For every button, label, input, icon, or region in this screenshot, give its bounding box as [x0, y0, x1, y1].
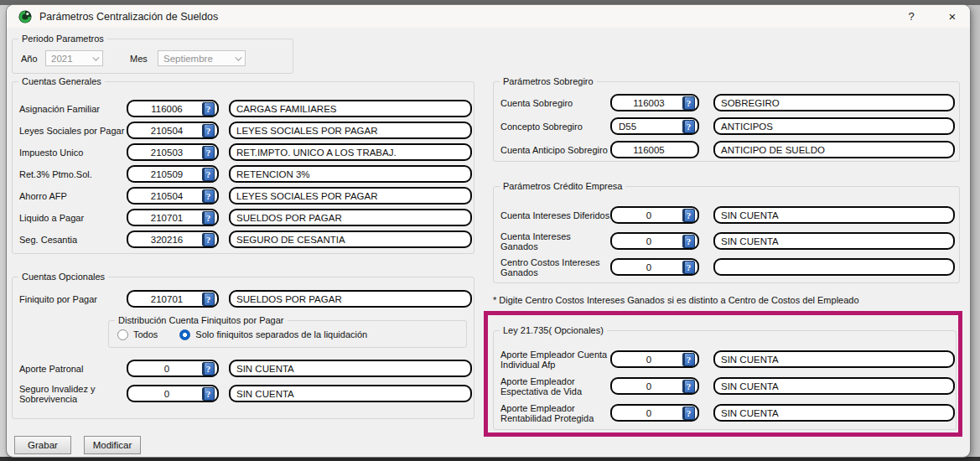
group-distribucion-finiquitos: Distribución Cuenta Finiquitos por Pagar…: [108, 320, 467, 348]
description-text: SEGURO DE CESANTIA: [236, 235, 345, 245]
lookup-help-icon[interactable]: ?: [682, 261, 695, 274]
field-row-aporte-rentabilidad: Aporte Empleador Rentabilidad Protegida …: [500, 404, 955, 422]
group-ley-21735: Ley 21.735( Opcionales) Aporte Empleador…: [493, 330, 957, 430]
code-input[interactable]: 210504 ?: [127, 187, 219, 205]
chevron-down-icon: [92, 54, 99, 60]
month-value: Septiembre: [163, 54, 213, 64]
field-row-cuenta-anticipo: Cuenta Anticipo Sobregiro 116005 ANTICIP…: [500, 141, 955, 158]
code-input[interactable]: 0 ?: [610, 206, 699, 224]
modificar-button[interactable]: Modificar: [84, 436, 141, 454]
field-row-intereses-diferidos: Cuenta Intereses Diferidos 0 ? SIN CUENT…: [500, 206, 955, 224]
code-input[interactable]: 0 ?: [610, 404, 699, 422]
grabar-button[interactable]: Grabar: [14, 436, 71, 454]
radio-solo-finiquitos[interactable]: [179, 329, 190, 340]
description-field[interactable]: SUELDOS POR PAGAR: [229, 290, 472, 308]
description-field[interactable]: ANTICIPO DE SUELDO: [713, 141, 955, 158]
description-text: SIN CUENTA: [721, 355, 779, 365]
code-input[interactable]: 320216 ?: [127, 230, 219, 248]
code-input[interactable]: 0 ?: [610, 232, 699, 250]
description-field[interactable]: [713, 258, 955, 276]
description-field[interactable]: RETENCION 3%: [229, 165, 472, 183]
lookup-help-icon[interactable]: ?: [202, 387, 215, 401]
description-text: LEYES SOCIALES POR PAGAR: [236, 191, 378, 201]
code-input[interactable]: 210701 ?: [127, 209, 219, 226]
field-label: Centro Costos Intereses Ganados: [500, 257, 610, 277]
field-row-liquido-pagar: Liquido a Pagar 210701 ? SUELDOS POR PAG…: [19, 209, 472, 226]
field-row-ahorro-afp: Ahorro AFP 210504 ? LEYES SOCIALES POR P…: [19, 187, 472, 205]
group-title: Parámetros Sobregiro: [500, 76, 597, 86]
lookup-help-icon[interactable]: ?: [682, 96, 695, 110]
chevron-down-icon: [235, 54, 241, 60]
code-input[interactable]: D55 ?: [610, 117, 699, 135]
description-field[interactable]: LEYES SOCIALES POR PAGAR: [229, 187, 472, 205]
lookup-help-icon[interactable]: ?: [202, 362, 215, 376]
code-input[interactable]: 210503 ?: [127, 143, 219, 161]
code-input[interactable]: 0 ?: [610, 350, 699, 368]
description-field[interactable]: CARGAS FAMILIARES: [229, 100, 472, 117]
code-value: 210509: [132, 169, 202, 179]
code-value: 210503: [132, 148, 202, 158]
description-text: SUELDOS POR PAGAR: [236, 294, 342, 304]
group-parametros-sobregiro: Parámetros Sobregiro Cuenta Sobregiro 11…: [493, 81, 960, 162]
group-periodo-parametros: Periodo Parametros Año 2021 Mes Septiemb…: [12, 39, 293, 74]
description-field[interactable]: SEGURO DE CESANTIA: [229, 230, 472, 248]
description-field[interactable]: SIN CUENTA: [229, 385, 472, 402]
lookup-help-icon[interactable]: ?: [682, 209, 695, 222]
description-text: SIN CUENTA: [721, 381, 779, 391]
description-field[interactable]: SUELDOS POR PAGAR: [229, 209, 472, 226]
radio-todos[interactable]: [117, 329, 128, 340]
code-input[interactable]: 0 ?: [127, 360, 219, 377]
field-row-intereses-ganados: Cuenta Intereses Ganados 0 ? SIN CUENTA: [500, 232, 955, 250]
code-input[interactable]: 0 ?: [127, 385, 219, 402]
code-input[interactable]: 0 ?: [610, 377, 699, 395]
lookup-help-icon[interactable]: ?: [202, 293, 215, 306]
radio-label[interactable]: Todos: [133, 329, 158, 339]
code-value: 0: [615, 381, 682, 391]
description-text: SUELDOS POR PAGAR: [236, 213, 342, 223]
lookup-help-icon[interactable]: ?: [202, 124, 215, 137]
lookup-help-icon[interactable]: ?: [202, 102, 215, 116]
lookup-help-icon[interactable]: ?: [202, 146, 215, 159]
lookup-help-icon[interactable]: ?: [682, 380, 695, 393]
title-bar[interactable]: Parámetros Centralización de Sueldos ? ×: [7, 5, 970, 28]
field-row-concepto-sobregiro: Concepto Sobregiro D55 ? ANTICIPOS: [500, 117, 955, 135]
code-value: 116006: [132, 104, 202, 114]
lookup-help-icon[interactable]: ?: [202, 233, 215, 246]
lookup-help-icon[interactable]: ?: [682, 120, 695, 133]
help-button[interactable]: ?: [902, 5, 920, 28]
description-text: SIN CUENTA: [236, 389, 294, 399]
description-field[interactable]: SIN CUENTA: [713, 206, 955, 224]
code-input[interactable]: 0 ?: [610, 258, 699, 276]
window-title: Parámetros Centralización de Sueldos: [39, 11, 218, 23]
description-field[interactable]: SIN CUENTA: [713, 404, 955, 422]
code-input[interactable]: 210701 ?: [127, 290, 219, 308]
close-icon[interactable]: ×: [943, 5, 962, 28]
description-field[interactable]: SOBREGIRO: [713, 94, 955, 111]
code-value: 0: [615, 210, 682, 220]
lookup-help-icon[interactable]: ?: [202, 211, 215, 225]
description-field[interactable]: RET.IMPTO. UNICO A LOS TRABAJ.: [229, 143, 472, 161]
lookup-help-icon[interactable]: ?: [682, 235, 695, 248]
code-input[interactable]: 116006 ?: [127, 100, 219, 117]
radio-label[interactable]: Solo finiquitos separados de la liquidac…: [195, 329, 367, 339]
description-field[interactable]: SIN CUENTA: [713, 232, 955, 250]
description-field[interactable]: LEYES SOCIALES POR PAGAR: [229, 122, 472, 139]
lookup-help-icon[interactable]: ?: [682, 407, 695, 420]
code-input[interactable]: 210504 ?: [127, 122, 219, 139]
description-text: RETENCION 3%: [236, 169, 310, 179]
code-value: 210504: [132, 126, 202, 136]
description-field[interactable]: ANTICIPOS: [713, 117, 955, 135]
year-dropdown[interactable]: 2021: [45, 50, 103, 66]
lookup-help-icon[interactable]: ?: [202, 168, 215, 181]
month-dropdown[interactable]: Septiembre: [158, 50, 246, 66]
description-text: SIN CUENTA: [721, 210, 779, 220]
code-input[interactable]: 210509 ?: [127, 165, 219, 183]
lookup-help-icon[interactable]: ?: [202, 189, 215, 203]
description-field[interactable]: SIN CUENTA: [229, 360, 472, 377]
field-label: Asignación Familiar: [19, 104, 127, 114]
lookup-help-icon[interactable]: ?: [682, 353, 695, 366]
code-input[interactable]: 116003 ?: [610, 94, 699, 111]
description-field[interactable]: SIN CUENTA: [713, 377, 955, 395]
code-input[interactable]: 116005: [610, 141, 699, 158]
description-field[interactable]: SIN CUENTA: [713, 350, 955, 368]
